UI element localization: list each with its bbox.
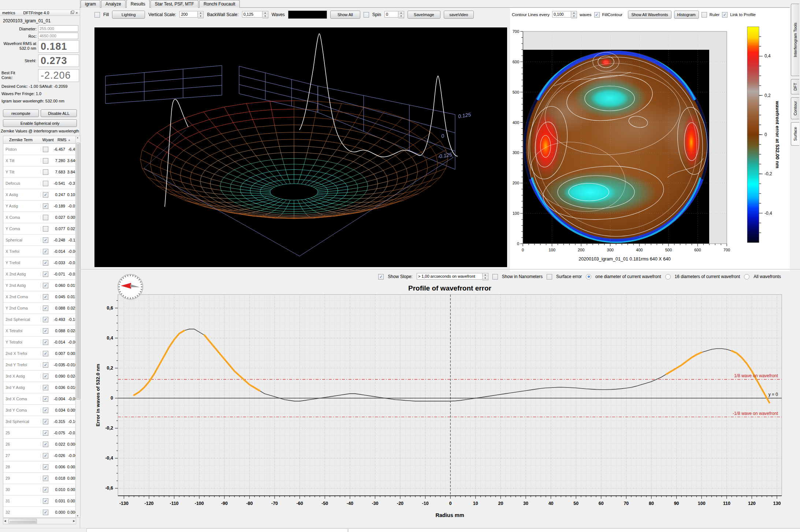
contour-plot[interactable]: 0010010020020030030040040050050060060070… — [510, 20, 790, 271]
col-zernike-term[interactable]: Zernike Term — [3, 138, 38, 142]
zernike-enable-checkbox[interactable]: ✓ — [43, 374, 48, 379]
zernike-row[interactable]: 2nd X Trefoi✓0.0070.002 — [3, 348, 76, 359]
zernike-enable-checkbox[interactable]: ✓ — [43, 442, 48, 447]
zernike-enable-checkbox[interactable]: ✓ — [43, 249, 48, 254]
zernike-enable-checkbox[interactable]: ✓ — [43, 419, 48, 424]
zernike-row[interactable]: 30✓0.0100.002 — [3, 484, 76, 495]
tab-igram[interactable]: igram — [81, 0, 100, 8]
zernike-enable-checkbox[interactable]: ✓ — [43, 271, 48, 277]
zernike-enable-checkbox[interactable]: ✓ — [43, 408, 48, 413]
zernike-row[interactable]: 2nd Spherical✓-0.493-0.18 — [3, 314, 76, 325]
tab-analyze[interactable]: Analyze — [101, 0, 126, 8]
enable-spherical-button[interactable]: Enable Spherical only — [3, 119, 77, 127]
right-tab-surface[interactable]: Surface — [791, 122, 799, 146]
zernike-enable-checkbox[interactable]: ✓ — [43, 294, 48, 300]
sort-asc-icon[interactable]: ▲ — [68, 138, 71, 142]
ruler-checkbox[interactable] — [702, 12, 707, 18]
zernike-enable-checkbox[interactable]: ✓ — [43, 464, 48, 470]
zernike-enable-checkbox[interactable]: ✓ — [43, 283, 48, 288]
zernike-row[interactable]: 3rd X Coma✓-0.004-0.00 — [3, 393, 76, 405]
zernike-row[interactable]: X Tilt7.2803.640 — [3, 155, 76, 166]
zernike-enable-checkbox[interactable]: ✓ — [43, 192, 48, 198]
show-all-wavefronts-button[interactable]: Show All Wavefronts — [628, 11, 671, 19]
vertical-scale-field[interactable]: 200 — [179, 11, 198, 18]
zernike-row[interactable]: Y Coma0.0770.027 — [3, 223, 76, 235]
scroll-up-icon[interactable]: ▲ — [76, 136, 79, 139]
zernike-row[interactable]: 3rd Y Astig✓0.0360.010 — [3, 382, 76, 393]
zernike-row[interactable]: X Coma0.0270.009 — [3, 212, 76, 223]
zernike-row[interactable]: 25✓-0.075-0.02 — [3, 427, 76, 439]
compass-widget[interactable] — [117, 274, 144, 301]
zernike-hscrollbar[interactable]: ◀ ▶ — [3, 518, 76, 524]
zernike-row[interactable]: Y Tilt7.6833.841 — [3, 166, 76, 178]
zernike-row[interactable]: 32✓0.0000.000 — [3, 507, 76, 518]
spin-checkbox[interactable] — [364, 12, 369, 18]
zernike-enable-checkbox[interactable]: ✓ — [43, 306, 48, 311]
zernike-enable-checkbox[interactable]: ✓ — [43, 362, 48, 368]
restore-icon[interactable] — [70, 11, 74, 15]
right-tab-dft[interactable]: DFT — [791, 79, 799, 94]
backwall-scale-spinner[interactable]: ▲▼ — [263, 11, 268, 18]
scroll-right-icon[interactable]: ▶ — [73, 520, 75, 522]
zernike-row[interactable]: X Tetrafoi✓0.0880.028 — [3, 325, 76, 337]
zernike-enable-checkbox[interactable] — [43, 158, 48, 164]
wave-color-swatch[interactable] — [288, 11, 327, 19]
zernike-enable-checkbox[interactable]: ✓ — [43, 340, 48, 345]
zernike-row[interactable]: 29✓0.0180.005 — [3, 473, 76, 484]
zernike-enable-checkbox[interactable] — [43, 169, 48, 175]
zernike-enable-checkbox[interactable]: ✓ — [43, 498, 48, 504]
hscroll-thumb[interactable] — [8, 519, 37, 524]
zernike-enable-checkbox[interactable]: ✓ — [43, 317, 48, 322]
zernike-enable-checkbox[interactable] — [43, 147, 48, 152]
col-wyant[interactable]: Wyant — [38, 138, 57, 142]
zernike-row[interactable]: Y 2nd Astig✓0.0600.019 — [3, 280, 76, 291]
spin-rate-field[interactable]: 0 — [384, 11, 398, 18]
zernike-enable-checkbox[interactable]: ✓ — [43, 476, 48, 481]
zernike-enable-checkbox[interactable]: ✓ — [43, 430, 48, 436]
zernike-row[interactable]: X Trefoi✓-0.014-0.00 — [3, 246, 76, 257]
tab-star-test-psf-mtf[interactable]: Star Test, PSF, MTF — [150, 0, 198, 8]
disable-all-button[interactable]: Disable ALL — [41, 109, 77, 117]
zernike-row[interactable]: Y Tetrafoi✓-0.014-0.00 — [3, 337, 76, 348]
zernike-enable-checkbox[interactable]: ✓ — [43, 260, 48, 266]
vertical-scale-spinner[interactable]: ▲▼ — [198, 11, 204, 18]
scroll-down-icon[interactable]: ▼ — [76, 515, 79, 517]
roc-field[interactable]: 4650.000 — [38, 33, 78, 39]
show-all-button[interactable]: Show All — [330, 11, 360, 19]
zernike-row[interactable]: X Astig✓0.2470.101 — [3, 189, 76, 201]
zernike-enable-checkbox[interactable]: ✓ — [43, 351, 48, 356]
profile-chart[interactable]: -130-120-110-100-90-80-70-60-50-40-30-20… — [80, 270, 800, 532]
fill-checkbox[interactable] — [94, 12, 100, 18]
zernike-table-header[interactable]: Zernike Term Wyant RMS ▲ — [3, 136, 76, 144]
zernike-enable-checkbox[interactable]: ✓ — [43, 487, 48, 492]
metrics-titlebar[interactable]: metrics DFTFringe 4.0 × — [0, 10, 80, 16]
spin-rate-spinner[interactable]: ▲▼ — [398, 11, 404, 18]
right-tab-interferogram-tools[interactable]: Interferogram Tools — [791, 4, 799, 76]
col-rms[interactable]: RMS — [57, 138, 68, 142]
lighting-button[interactable]: Lighting — [112, 11, 145, 19]
zernike-enable-checkbox[interactable]: ✓ — [43, 328, 48, 334]
close-icon[interactable]: × — [74, 11, 79, 15]
zernike-row[interactable]: 26✓0.0220.006 — [3, 439, 76, 450]
recompute-button[interactable]: recompute — [3, 109, 39, 117]
zernike-row[interactable]: Piston-6.457-6.45 — [3, 144, 76, 155]
scroll-left-icon[interactable]: ◀ — [4, 520, 6, 522]
zernike-enable-checkbox[interactable]: ✓ — [43, 453, 48, 458]
zernike-row[interactable]: 3rd Y Coma✓0.0340.009 — [3, 405, 76, 416]
tab-ronchi-foucault[interactable]: Ronchi Foucault — [199, 0, 240, 8]
contour-interval-spinner[interactable]: ▲▼ — [571, 11, 577, 18]
surface-3d-plot[interactable]: 0.125 0 -0.125 — [94, 27, 507, 267]
zernike-enable-checkbox[interactable]: ✓ — [43, 385, 48, 390]
zernike-enable-checkbox[interactable]: ✓ — [43, 203, 48, 209]
zernike-row[interactable]: 31✓0.0310.007 — [3, 495, 76, 507]
zernike-enable-checkbox[interactable]: ✓ — [43, 237, 48, 243]
zernike-enable-checkbox[interactable] — [43, 215, 48, 220]
zernike-row[interactable]: Y 2nd Coma✓0.0880.025 — [3, 303, 76, 314]
zernike-enable-checkbox[interactable]: ✓ — [43, 396, 48, 402]
zernike-row[interactable]: 2nd Y Trefoi✓-0.035-0.010 — [3, 359, 76, 371]
zernike-row[interactable]: 28✓0.0060.002 — [3, 461, 76, 473]
zernike-row[interactable]: X 2nd Coma✓0.0450.013 — [3, 291, 76, 303]
zernike-row[interactable]: X 2nd Astig✓-0.071-0.02 — [3, 269, 76, 280]
tab-results[interactable]: Results — [126, 0, 150, 8]
zernike-row[interactable]: Y Astig✓-0.189-0.07 — [3, 201, 76, 212]
